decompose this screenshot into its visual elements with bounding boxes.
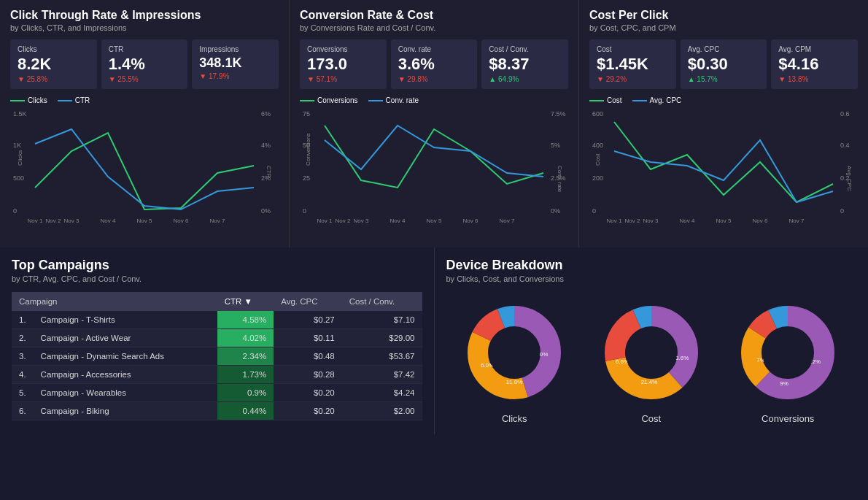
cost-conv-5: $4.24	[342, 384, 422, 402]
avg-cpc-4: $0.28	[274, 366, 342, 384]
legend-conversions-line	[300, 100, 314, 101]
svg-text:11.8%: 11.8%	[506, 379, 523, 385]
row-num-1: 1.	[12, 311, 34, 329]
legend-clicks-label: Clicks	[28, 96, 47, 104]
svg-text:0: 0	[13, 207, 17, 215]
svg-text:Nov 1: Nov 1	[28, 218, 43, 224]
svg-text:21.4%: 21.4%	[640, 379, 657, 385]
svg-text:4%: 4%	[261, 142, 271, 149]
svg-text:0.4: 0.4	[840, 142, 850, 149]
metric-cost-conv-change: 64.9%	[489, 75, 561, 83]
ctr-4: 1.73%	[217, 366, 274, 384]
table-row: 1. Campaign - T-Shirts 4.58% $0.27 $7.10	[12, 311, 422, 329]
metric-ctr-value: 1.4%	[109, 56, 181, 72]
svg-text:Nov 7: Nov 7	[500, 218, 515, 224]
cost-conv-4: $7.42	[342, 366, 422, 384]
svg-text:600: 600	[592, 110, 603, 118]
row-num-3: 3.	[12, 347, 34, 366]
metric-ctr-label: CTR	[109, 45, 181, 53]
metric-conv-rate-change: 29.8%	[398, 75, 470, 83]
th-cost-conv: Cost / Conv.	[342, 292, 422, 311]
legend-conversions: Conversions	[300, 96, 358, 104]
svg-text:Nov 2: Nov 2	[625, 218, 640, 224]
metric-conversions: Conversions 173.0 57.1%	[300, 39, 387, 89]
top-campaigns-title: Top Campaigns	[12, 258, 422, 273]
table-row: 2. Campaign - Active Wear 4.02% $0.11 $2…	[12, 329, 422, 347]
table-row: 6. Campaign - Biking 0.44% $0.20 $2.00	[12, 402, 422, 420]
top-section: Click Through Rate & Impressions by Clic…	[0, 0, 868, 247]
metric-cost-value: $1.45K	[597, 56, 669, 72]
legend-clicks-line	[10, 100, 25, 101]
svg-text:Nov 6: Nov 6	[463, 218, 478, 224]
svg-text:0%: 0%	[261, 207, 271, 215]
svg-text:75: 75	[303, 110, 310, 118]
ctr-5: 0.9%	[217, 384, 274, 402]
svg-text:Nov 1: Nov 1	[607, 218, 622, 224]
panel-cost-per-click: Cost Per Click by Cost, CPC, and CPM Cos…	[579, 0, 868, 247]
svg-text:Avg. CPC: Avg. CPC	[846, 166, 853, 191]
svg-text:7.5%: 7.5%	[551, 110, 566, 118]
donut-row: 45.2% 37.0% 11.8% 6.0% Clicks	[446, 298, 857, 424]
th-avg-cpc: Avg. CPC	[274, 292, 342, 311]
metric-cost-label: Cost	[597, 45, 669, 53]
conv-rate-line	[325, 126, 543, 177]
svg-text:1K: 1K	[13, 142, 21, 149]
th-ctr[interactable]: CTR ▼	[217, 292, 274, 311]
metric-avg-cpm: Avg. CPM $4.16 13.8%	[771, 39, 858, 89]
ctr-2: 4.02%	[217, 329, 274, 347]
metric-avg-cpc-change: 15.7%	[688, 75, 760, 83]
device-breakdown-panel: Device Breakdown by Clicks, Cost, and Co…	[435, 247, 869, 434]
metric-conversions-label: Conversions	[307, 45, 379, 53]
campaign-name-1: Campaign - T-Shirts	[34, 311, 217, 329]
svg-text:Nov 5: Nov 5	[427, 218, 442, 224]
panel-ctr-impressions: Click Through Rate & Impressions by Clic…	[0, 0, 290, 247]
panel-conv-title: Conversion Rate & Cost	[300, 9, 568, 22]
legend-clicks: Clicks	[10, 96, 47, 104]
top-campaigns-subtitle: by CTR, Avg. CPC, and Cost / Conv.	[12, 274, 422, 283]
clicks-line	[35, 133, 254, 209]
svg-text:0%: 0%	[551, 207, 560, 215]
campaign-name-4: Campaign - Accessories	[34, 366, 217, 384]
svg-text:Nov 3: Nov 3	[643, 218, 659, 224]
svg-text:Nov 1: Nov 1	[317, 218, 333, 224]
cost-line	[614, 122, 833, 202]
cost-conv-1: $7.10	[342, 311, 422, 329]
cost-conv-6: $2.00	[342, 402, 422, 420]
legend-avg-cpc-label: Avg. CPC	[650, 96, 682, 104]
svg-text:Conv. rate: Conv. rate	[557, 166, 563, 193]
table-row: 4. Campaign - Accessories 1.73% $0.28 $7…	[12, 366, 422, 384]
table-row: 3. Campaign - Dynamic Search Ads 2.34% $…	[12, 347, 422, 366]
svg-text:Nov 6: Nov 6	[174, 218, 189, 224]
svg-text:Nov 6: Nov 6	[753, 218, 768, 224]
svg-text:Nov 3: Nov 3	[64, 218, 80, 224]
conversions-line	[325, 126, 543, 188]
legend-avg-cpc: Avg. CPC	[632, 96, 682, 104]
campaign-name-6: Campaign - Biking	[34, 402, 217, 420]
svg-text:Nov 4: Nov 4	[101, 218, 116, 224]
donut-clicks-label: Clicks	[502, 413, 527, 424]
svg-text:500: 500	[13, 174, 24, 182]
svg-text:Nov 2: Nov 2	[336, 218, 351, 224]
chart2-svg: 75 50 25 0 7.5% 5% 2.5% 0% Conversions C…	[300, 107, 568, 224]
metric-cost: Cost $1.45K 29.2%	[589, 39, 676, 89]
donut-cost-svg: 38.4% 33.6% 21.4% 6.6%	[597, 298, 706, 407]
legend-avg-cpc-line	[632, 100, 647, 101]
panel-ctr-title: Click Through Rate & Impressions	[10, 9, 279, 22]
metric-ctr-change: 25.5%	[109, 75, 181, 83]
device-breakdown-subtitle: by Clicks, Cost, and Conversions	[446, 274, 857, 283]
chart3-svg: 600 400 200 0 0.6 0.4 0.2 0 Cost Avg. CP…	[589, 107, 858, 224]
panel-conversion: Conversion Rate & Cost by Conversions Ra…	[290, 0, 579, 247]
avg-cpc-1: $0.27	[274, 311, 342, 329]
dashboard: Click Through Rate & Impressions by Clic…	[0, 0, 868, 434]
avg-cpc-line	[614, 140, 833, 202]
svg-text:0: 0	[592, 207, 596, 215]
donut-conversions-svg: 62% 22% 9% 7%	[733, 298, 842, 407]
ctr-3: 2.34%	[217, 347, 274, 366]
metric-avg-cpc: Avg. CPC $0.30 15.7%	[681, 39, 767, 89]
svg-text:200: 200	[592, 174, 603, 182]
avg-cpc-2: $0.11	[274, 329, 342, 347]
ctr-line	[35, 129, 254, 209]
svg-text:Nov 7: Nov 7	[789, 218, 805, 224]
svg-text:Nov 4: Nov 4	[390, 218, 406, 224]
metric-cost-conv-value: $8.37	[489, 56, 561, 72]
